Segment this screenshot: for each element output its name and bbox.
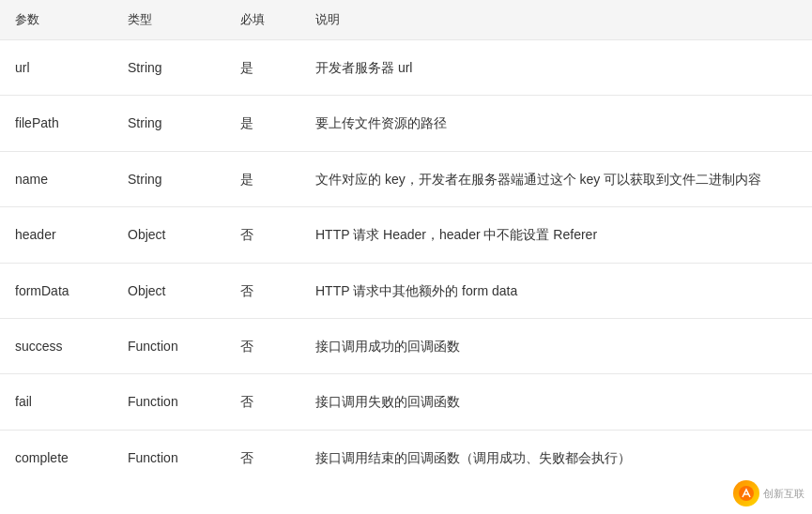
cell-type: String [113, 40, 225, 96]
cell-required: 否 [225, 374, 300, 430]
cell-required: 否 [225, 207, 300, 263]
table-row: filePathString是要上传文件资源的路径 [0, 96, 812, 151]
cell-required: 是 [225, 151, 300, 206]
cell-required: 是 [225, 40, 300, 96]
cell-param: formData [0, 263, 113, 318]
watermark-text: 创新互联 [763, 487, 804, 501]
cell-required: 否 [225, 430, 300, 485]
cell-param: filePath [0, 96, 113, 151]
col-header-param: 参数 [0, 0, 113, 40]
table-row: successFunction否接口调用成功的回调函数 [0, 318, 812, 373]
table-row: formDataObject否HTTP 请求中其他额外的 form data [0, 263, 812, 318]
cell-desc: 要上传文件资源的路径 [300, 96, 812, 151]
cell-desc: 接口调用结束的回调函数（调用成功、失败都会执行） [300, 430, 812, 485]
col-header-required: 必填 [225, 0, 300, 40]
cell-param: success [0, 318, 113, 373]
col-header-type: 类型 [113, 0, 225, 40]
cell-param: complete [0, 430, 113, 485]
cell-required: 否 [225, 263, 300, 318]
table-row: nameString是文件对应的 key，开发者在服务器端通过这个 key 可以… [0, 151, 812, 206]
cell-desc: 接口调用成功的回调函数 [300, 318, 812, 373]
cell-type: Object [113, 207, 225, 263]
cell-param: header [0, 207, 113, 263]
cell-required: 是 [225, 96, 300, 151]
cell-desc: HTTP 请求中其他额外的 form data [300, 263, 812, 318]
table-row: failFunction否接口调用失败的回调函数 [0, 374, 812, 430]
cell-param: url [0, 40, 113, 96]
table-header-row: 参数 类型 必填 说明 [0, 0, 812, 40]
cell-param: name [0, 151, 113, 206]
table-row: completeFunction否接口调用结束的回调函数（调用成功、失败都会执行… [0, 430, 812, 485]
cell-type: String [113, 96, 225, 151]
col-header-desc: 说明 [300, 0, 812, 40]
cell-type: Object [113, 263, 225, 318]
watermark: 创新互联 [733, 480, 804, 506]
cell-required: 否 [225, 318, 300, 373]
cell-desc: 开发者服务器 url [300, 40, 812, 96]
cell-type: Function [113, 430, 225, 485]
cell-param: fail [0, 374, 113, 430]
table-row: headerObject否HTTP 请求 Header，header 中不能设置… [0, 207, 812, 263]
cell-desc: HTTP 请求 Header，header 中不能设置 Referer [300, 207, 812, 263]
table-row: urlString是开发者服务器 url [0, 40, 812, 96]
cell-type: String [113, 151, 225, 206]
watermark-icon [737, 484, 756, 503]
watermark-logo [733, 480, 759, 506]
cell-desc: 文件对应的 key，开发者在服务器端通过这个 key 可以获取到文件二进制内容 [300, 151, 812, 206]
cell-type: Function [113, 318, 225, 373]
cell-type: Function [113, 374, 225, 430]
table-container: 参数 类型 必填 说明 urlString是开发者服务器 urlfilePath… [0, 0, 812, 514]
api-table: 参数 类型 必填 说明 urlString是开发者服务器 urlfilePath… [0, 0, 812, 485]
cell-desc: 接口调用失败的回调函数 [300, 374, 812, 430]
